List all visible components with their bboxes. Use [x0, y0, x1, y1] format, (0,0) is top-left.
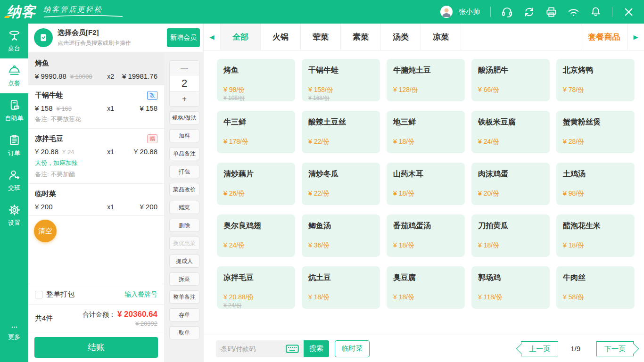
close-icon[interactable] — [623, 6, 635, 18]
dish-card[interactable]: 牛三鲜¥ 178/份 — [217, 111, 295, 153]
printer-icon[interactable] — [545, 6, 557, 18]
self-order-icon — [8, 99, 21, 112]
dish-card[interactable]: 清炒藕片¥ 26/份 — [217, 163, 295, 205]
dish-card[interactable]: 鲫鱼汤¥ 36/份 — [302, 214, 380, 257]
tab-soup[interactable]: 汤类 — [381, 24, 421, 50]
notifications-bell-icon[interactable] — [590, 6, 602, 18]
dish-card[interactable]: 牛肉丝¥ 58/份 — [556, 266, 635, 309]
split-dish-button[interactable]: 拆菜 — [169, 272, 199, 286]
dish-price: ¥ 98/份 — [563, 189, 584, 198]
dish-price: ¥ 36/份 — [308, 241, 330, 250]
wifi-icon[interactable] — [568, 6, 579, 18]
order-item-total: ¥ 158 — [114, 104, 157, 112]
categories-scroll-left-button[interactable]: ◀ — [204, 24, 221, 50]
enter-table-number-link[interactable]: 输入餐牌号 — [124, 290, 157, 299]
order-item[interactable]: 临时菜 ¥ 200 x1 ¥ 200 — [28, 184, 164, 216]
order-item[interactable]: 干锅牛蛙 改 ¥ 158 ¥ 168 x1 ¥ 158 备注: 不要放葱花 — [28, 85, 164, 129]
dish-card[interactable]: 山药木耳¥ 18/份 — [387, 163, 465, 205]
dish-card[interactable]: 奥尔良鸡翅¥ 24/份 — [217, 214, 295, 257]
dish-card[interactable]: 臭豆腐¥ 18/份 — [387, 266, 465, 309]
delete-button[interactable]: 删除 — [169, 219, 199, 232]
swap-discount-dish-button: 换优惠菜 — [169, 237, 199, 250]
dish-card[interactable]: 铁板米豆腐¥ 24/份 — [471, 111, 550, 153]
tab-cold-dish[interactable]: 凉菜 — [421, 24, 461, 50]
dish-name: 肉沫鸡蛋 — [471, 163, 550, 179]
sidebar-item-more[interactable]: 更多 — [0, 315, 28, 350]
dish-original-price: ¥ 108/份 — [223, 94, 245, 102]
dish-name: 土鸡汤 — [556, 163, 635, 179]
user-avatar[interactable] — [440, 5, 453, 18]
tab-hotpot[interactable]: 火锅 — [261, 24, 301, 50]
sidebar-item-order-food[interactable]: 点餐 — [0, 58, 28, 93]
sync-icon[interactable] — [523, 6, 535, 18]
add-ingredient-button[interactable]: 加料 — [169, 129, 199, 142]
sidebar-item-tables[interactable]: 桌台 — [0, 24, 28, 58]
tab-vegetable[interactable]: 素菜 — [341, 24, 381, 50]
order-item[interactable]: 凉拌毛豆 赠 ¥ 20.88 ¥ 24 x1 ¥ 20.88 大份，加麻加辣 备… — [28, 129, 164, 184]
quantity-decrease-button[interactable]: — — [170, 61, 199, 75]
chevron-right-icon: ▶ — [634, 33, 638, 41]
dish-price: ¥ 158/份 — [308, 86, 333, 94]
dish-card[interactable]: 地三鲜¥ 18/份 — [387, 111, 465, 153]
support-headset-icon[interactable] — [501, 6, 513, 18]
dish-card[interactable]: 番茄鸡蛋汤¥ 18/份 — [387, 214, 465, 257]
quantity-increase-button[interactable]: + — [170, 92, 199, 106]
dish-name: 铁板米豆腐 — [471, 111, 550, 127]
temporary-dish-button[interactable]: 临时菜 — [335, 340, 370, 357]
dish-name: 番茄鸡蛋汤 — [387, 214, 465, 231]
dish-card[interactable]: 炕土豆¥ 18/份 — [302, 266, 380, 309]
dish-card[interactable]: 郭场鸡¥ 118/份 — [471, 266, 550, 309]
logo-text: 纳客 — [7, 5, 36, 19]
dish-card[interactable]: 酸辣土豆丝¥ 22/份 — [302, 111, 380, 153]
spec-method-button[interactable]: 规格/做法 — [169, 111, 199, 124]
sidebar-item-orders[interactable]: 订单 — [0, 128, 28, 163]
dish-name: 刀拍黄瓜 — [471, 214, 550, 231]
tab-meat[interactable]: 荤菜 — [301, 24, 341, 50]
change-price-button[interactable]: 菜品改价 — [169, 183, 199, 196]
order-item-price: ¥ 158 — [35, 104, 53, 112]
dish-card[interactable]: 清炒冬瓜¥ 22/份 — [302, 163, 380, 205]
categories-scroll-right-button[interactable]: ▶ — [627, 24, 644, 50]
tab-combo-products[interactable]: 套餐商品 — [581, 24, 627, 50]
dish-card[interactable]: 土鸡汤¥ 98/份 — [556, 163, 635, 205]
order-note-button[interactable]: 整单备注 — [169, 290, 199, 304]
sidebar-item-self-service[interactable]: 自助单 — [0, 93, 28, 128]
commission-person-button[interactable]: 提成人 — [169, 255, 199, 268]
next-page-button[interactable]: 下一页 — [596, 341, 634, 356]
pack-whole-order-checkbox[interactable] — [35, 291, 42, 298]
dish-card[interactable]: 蟹黄粉丝煲¥ 28/份 — [556, 111, 635, 153]
retrieve-order-button[interactable]: 取单 — [169, 326, 199, 339]
dish-price: ¥ 18/份 — [563, 241, 584, 250]
barcode-input[interactable] — [221, 345, 286, 353]
dish-price: ¥ 18/份 — [478, 241, 499, 250]
dish-card[interactable]: 肉沫鸡蛋¥ 20/份 — [471, 163, 550, 205]
dish-card[interactable]: 醋泡花生米¥ 18/份 — [556, 214, 635, 257]
dish-card[interactable]: 牛腩炖土豆¥ 128/份 — [387, 59, 465, 101]
tagline-swoosh — [43, 15, 124, 18]
hold-order-button[interactable]: 存单 — [169, 308, 199, 321]
prev-page-button[interactable]: 上一页 — [521, 341, 558, 356]
keyboard-icon[interactable] — [286, 345, 299, 353]
dish-card[interactable]: 干锅牛蛙¥ 158/份¥ 168/份 — [302, 59, 380, 101]
order-item-name: 干锅牛蛙 — [35, 91, 63, 100]
clear-order-button[interactable]: 清空 — [34, 220, 57, 242]
tab-all[interactable]: 全部 — [221, 24, 261, 50]
add-member-button[interactable]: 新增会员 — [167, 28, 200, 47]
order-item-original-price: ¥ 24 — [62, 148, 74, 156]
sidebar-item-settings[interactable]: 设置 — [0, 198, 28, 233]
dish-card[interactable]: 凉拌毛豆¥ 20.88/份¥ 24/份 — [217, 266, 295, 309]
sidebar-item-shift-handover[interactable]: 交班 — [0, 163, 28, 198]
category-tabbar: ◀ 全部 火锅 荤菜 素菜 汤类 凉菜 套餐商品 ▶ — [204, 24, 644, 50]
item-note-button[interactable]: 单品备注 — [169, 147, 199, 160]
dish-card[interactable]: 酸汤肥牛¥ 66/份 — [471, 59, 550, 101]
order-item[interactable]: 烤鱼 ¥ 9990.88 ¥ 10000 x2 ¥ 19981.76 — [28, 53, 164, 85]
dish-card[interactable]: 北京烤鸭¥ 78/份 — [556, 59, 635, 101]
pack-button[interactable]: 打包 — [169, 165, 199, 178]
member-header[interactable]: 选择会员[F2] 点击进行会员搜索或刷卡操作 新增会员 — [28, 24, 203, 52]
dish-card[interactable]: 烤鱼¥ 98/份¥ 108/份 — [217, 59, 295, 101]
search-button[interactable]: 搜索 — [304, 340, 329, 357]
gift-dish-button[interactable]: 赠菜 — [169, 201, 199, 214]
dish-card[interactable]: 刀拍黄瓜¥ 18/份 — [471, 214, 550, 257]
checkout-button[interactable]: 结账 — [34, 337, 158, 358]
username[interactable]: 张小帅 — [459, 8, 480, 16]
